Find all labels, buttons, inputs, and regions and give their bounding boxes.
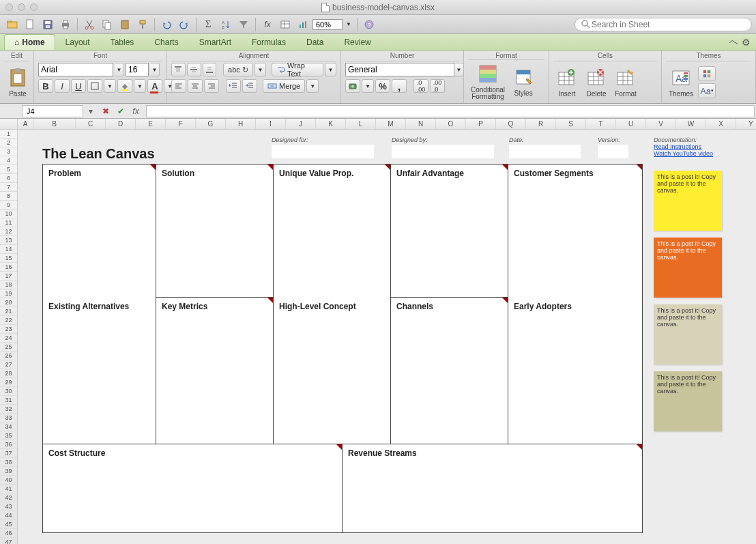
row-header-38[interactable]: 38 <box>0 458 17 467</box>
print-button[interactable] <box>57 17 74 32</box>
collapse-ribbon-icon[interactable]: へ <box>729 36 738 48</box>
postit-olive[interactable]: This is a post it! Copy and paste it to … <box>654 371 722 431</box>
tab-home[interactable]: ⌂Home <box>4 34 55 50</box>
conditional-formatting-button[interactable]: Conditional Formatting <box>468 61 508 102</box>
redo-button[interactable] <box>176 17 192 32</box>
col-header-P[interactable]: P <box>466 119 496 129</box>
col-header-K[interactable]: K <box>316 119 346 129</box>
tab-tables[interactable]: Tables <box>100 34 145 50</box>
col-header-S[interactable]: S <box>556 119 586 129</box>
border-dropdown[interactable]: ▼ <box>104 79 116 93</box>
align-right-button[interactable] <box>204 79 219 93</box>
tab-formulas[interactable]: Formulas <box>242 34 296 50</box>
align-left-button[interactable] <box>171 79 186 93</box>
col-header-I[interactable]: I <box>256 119 286 129</box>
decrease-indent-button[interactable] <box>226 79 241 93</box>
font-name-dropdown[interactable]: ▼ <box>115 63 124 76</box>
align-bottom-button[interactable] <box>203 63 217 76</box>
col-header-H[interactable]: H <box>226 119 256 129</box>
col-header-E[interactable]: E <box>136 119 166 129</box>
col-header-L[interactable]: L <box>346 119 376 129</box>
row-header-39[interactable]: 39 <box>0 467 17 476</box>
autosum-button[interactable]: Σ <box>200 17 216 32</box>
row-header-11[interactable]: 11 <box>0 218 17 227</box>
cell-unfair[interactable]: Unfair Advantage <box>391 164 508 298</box>
tab-charts[interactable]: Charts <box>144 34 188 50</box>
format-painter-button[interactable] <box>134 17 151 32</box>
row-header-40[interactable]: 40 <box>0 476 17 485</box>
accept-formula-button[interactable]: ✔ <box>113 105 128 117</box>
col-header-O[interactable]: O <box>436 119 466 129</box>
postit-orange[interactable]: This is a post it! Copy and paste it to … <box>654 238 722 298</box>
decrease-decimal-button[interactable]: .00.0 <box>430 79 445 93</box>
cut-button[interactable] <box>81 17 98 32</box>
cell-revenue[interactable]: Revenue Streams <box>343 444 643 533</box>
row-header-13[interactable]: 13 <box>0 236 17 245</box>
new-button[interactable] <box>22 17 38 32</box>
wrap-text-button[interactable]: Wrap Text <box>272 63 323 76</box>
grid-canvas[interactable]: The Lean Canvas Designed for: Designed b… <box>18 130 756 544</box>
fill-color-button[interactable] <box>117 79 132 93</box>
row-header-4[interactable]: 4 <box>0 156 17 165</box>
show-formulas-button[interactable] <box>277 17 293 32</box>
theme-colors-button[interactable] <box>698 66 716 81</box>
close-icon[interactable] <box>5 3 13 11</box>
row-header-29[interactable]: 29 <box>0 378 17 387</box>
increase-indent-button[interactable] <box>242 79 257 93</box>
col-header-G[interactable]: G <box>196 119 226 129</box>
row-header-20[interactable]: 20 <box>0 298 17 307</box>
col-header-W[interactable]: W <box>676 119 706 129</box>
cell-channels[interactable]: Channels <box>391 298 508 444</box>
row-header-26[interactable]: 26 <box>0 352 17 360</box>
col-header-M[interactable]: M <box>376 119 406 129</box>
select-all-corner[interactable] <box>0 119 18 130</box>
row-header-18[interactable]: 18 <box>0 281 17 289</box>
col-header-V[interactable]: V <box>646 119 676 129</box>
minimize-icon[interactable] <box>18 3 25 11</box>
col-header-Y[interactable]: Y <box>736 119 756 129</box>
tab-review[interactable]: Review <box>334 34 381 50</box>
col-header-Q[interactable]: Q <box>496 119 526 129</box>
row-header-47[interactable]: 47 <box>0 538 17 544</box>
row-header-3[interactable]: 3 <box>0 147 17 156</box>
comma-button[interactable]: , <box>392 79 407 93</box>
align-middle-button[interactable] <box>187 63 201 76</box>
row-header-25[interactable]: 25 <box>0 343 17 352</box>
fx-insert-button[interactable]: fx <box>128 105 143 117</box>
merge-button[interactable]: Merge <box>263 79 305 93</box>
col-header-A[interactable]: A <box>18 119 33 129</box>
cell-uvp[interactable]: Unique Value Prop. <box>274 164 391 298</box>
zoom-input[interactable] <box>312 19 343 30</box>
orientation-button[interactable]: abc ↻ <box>223 63 253 76</box>
row-header-16[interactable]: 16 <box>0 263 17 272</box>
meta-date-box[interactable] <box>509 145 581 158</box>
meta-version-box[interactable] <box>598 145 628 158</box>
row-header-22[interactable]: 22 <box>0 316 17 325</box>
fx-button[interactable]: fx <box>259 17 276 32</box>
format-cells-button[interactable]: Format <box>612 66 639 99</box>
row-header-32[interactable]: 32 <box>0 405 17 414</box>
cell-adopters[interactable]: Early Adopters <box>508 298 643 444</box>
font-color-button[interactable]: A <box>147 79 162 93</box>
font-name-select[interactable] <box>38 63 113 76</box>
row-header-17[interactable]: 17 <box>0 272 17 281</box>
row-header-30[interactable]: 30 <box>0 387 17 396</box>
row-header-8[interactable]: 8 <box>0 192 17 201</box>
row-header-37[interactable]: 37 <box>0 449 17 458</box>
row-header-12[interactable]: 12 <box>0 227 17 236</box>
row-header-10[interactable]: 10 <box>0 210 17 218</box>
link-watch-video[interactable]: Watch YouTube video <box>654 150 713 157</box>
cell-cost[interactable]: Cost Structure <box>42 444 343 533</box>
cell-solution[interactable]: Solution <box>156 164 274 298</box>
col-header-R[interactable]: R <box>526 119 556 129</box>
row-header-21[interactable]: 21 <box>0 307 17 316</box>
underline-button[interactable]: U <box>71 79 86 93</box>
tab-layout[interactable]: Layout <box>55 34 100 50</box>
sort-button[interactable]: AZ <box>218 17 234 32</box>
col-header-B[interactable]: B <box>33 119 76 129</box>
meta-designed-for-box[interactable] <box>272 145 374 158</box>
align-center-button[interactable] <box>188 79 203 93</box>
row-header-35[interactable]: 35 <box>0 431 17 440</box>
themes-button[interactable]: Aa Themes <box>666 66 696 99</box>
postit-yellow[interactable]: This is a post it! Copy and paste it to … <box>654 171 722 231</box>
